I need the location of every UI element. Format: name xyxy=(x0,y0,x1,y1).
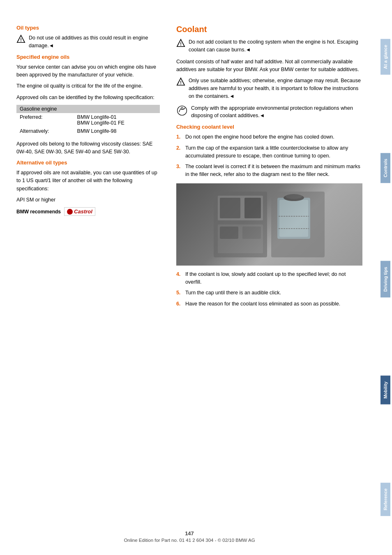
step-text: If the coolant is low, slowly add coolan… xyxy=(185,271,362,286)
step-number: 3. xyxy=(176,163,184,171)
oil-types-section: Oil types ! Do not use oil additives as … xyxy=(16,25,160,50)
warning-icon-coolant-2: ! xyxy=(176,77,185,86)
castrol-text: Castrol xyxy=(74,208,92,215)
svg-text:!: ! xyxy=(20,37,22,42)
svg-text:!: ! xyxy=(180,42,182,46)
checking-coolant-section: Checking coolant level 1. Do not open th… xyxy=(176,124,362,308)
step-number: 6. xyxy=(176,300,184,308)
svg-rect-12 xyxy=(220,227,238,239)
coolant-steps-list-2: 4. If the coolant is low, slowly add coo… xyxy=(176,271,362,308)
step-number: 4. xyxy=(176,271,184,278)
coolant-warning-text-2: Only use suitable additives; otherwise, … xyxy=(189,77,362,100)
table-cell-alternatively-label: Alternatively: xyxy=(16,127,74,135)
specified-oils-para2: The engine oil quality is critical for t… xyxy=(16,82,160,90)
specified-oils-heading: Specified engine oils xyxy=(16,54,160,60)
coolant-warning-box-2: ! Only use suitable additives; otherwise… xyxy=(176,77,362,100)
step-text: Turn the cap of the expansion tank a lit… xyxy=(185,144,362,160)
coolant-steps-list: 1. Do not open the engine hood before th… xyxy=(176,133,362,178)
svg-rect-10 xyxy=(244,198,261,218)
alternative-oil-types-section: Alternative oil types If approved oils a… xyxy=(16,160,160,204)
sidebar-tab-reference[interactable]: Reference xyxy=(380,483,390,516)
coolant-warning-text-1: Do not add coolant to the cooling system… xyxy=(189,38,362,54)
list-item: 3. The coolant level is correct if it is… xyxy=(176,163,362,178)
sidebar-tabs: At a glance Controls Driving tips Mobili… xyxy=(379,0,392,555)
castrol-circle-icon xyxy=(67,209,73,215)
step-text: The coolant level is correct if it is be… xyxy=(185,163,362,178)
coolant-heading: Coolant xyxy=(176,25,362,34)
oil-table: Gasoline engine Preferred: BMW Longlife-… xyxy=(16,105,160,135)
step-number: 5. xyxy=(176,289,184,297)
coolant-para1: Coolant consists of half water and half … xyxy=(176,58,362,74)
step-text: Do not open the engine hood before the e… xyxy=(185,133,334,141)
sidebar-tab-mobility[interactable]: Mobility xyxy=(380,376,390,405)
warning-icon-oil: ! xyxy=(16,35,25,44)
oil-types-heading: Oil types xyxy=(16,25,160,31)
specified-oils-para1: Your service center can advise you on wh… xyxy=(16,63,160,79)
page-container: At a glance Controls Driving tips Mobili… xyxy=(0,0,392,555)
table-row: Preferred: BMW Longlife-01BMW Longlife-0… xyxy=(16,113,160,127)
step-text: Turn the cap until there is an audible c… xyxy=(185,289,281,297)
oil-types-warning-text: Do not use oil additives as this could r… xyxy=(29,34,160,50)
alternative-oils-heading: Alternative oil types xyxy=(16,160,160,166)
bmw-recommends-label: BMW recommends xyxy=(16,209,61,215)
right-column: Coolant ! Do not add coolant to the cool… xyxy=(172,25,362,539)
svg-rect-13 xyxy=(242,227,261,239)
sidebar-tab-controls[interactable]: Controls xyxy=(380,153,390,183)
list-item: 5. Turn the cap until there is an audibl… xyxy=(176,289,362,297)
list-item: 6. Have the reason for the coolant loss … xyxy=(176,300,362,308)
sidebar-tab-at-a-glance[interactable]: At a glance xyxy=(380,39,390,75)
svg-rect-9 xyxy=(220,198,240,218)
env-icon xyxy=(176,105,188,116)
coolant-image xyxy=(176,183,362,266)
coolant-warning-box-1: ! Do not add coolant to the cooling syst… xyxy=(176,38,362,54)
step-text: Have the reason for the coolant loss eli… xyxy=(185,300,340,308)
page-footer: 147 Online Edition for Part no. 01 41 2 … xyxy=(0,530,379,543)
svg-point-18 xyxy=(286,194,302,199)
main-content: Oil types ! Do not use oil additives as … xyxy=(0,0,379,555)
viscosity-para: Approved oils belong to the following vi… xyxy=(16,140,160,156)
env-note-text: Comply with the appropriate environmenta… xyxy=(191,104,362,120)
api-spec: API SM or higher xyxy=(16,196,160,204)
coolant-image-inner xyxy=(176,183,362,266)
bmw-recommends-section: BMW recommends Castrol xyxy=(16,207,160,216)
alternative-oils-para: If approved oils are not available, you … xyxy=(16,169,160,193)
step-number: 2. xyxy=(176,144,184,152)
list-item: 2. Turn the cap of the expansion tank a … xyxy=(176,144,362,160)
warning-icon-coolant-1: ! xyxy=(176,39,185,48)
table-row: Alternatively: BMW Longlife-98 xyxy=(16,127,160,135)
svg-text:!: ! xyxy=(180,80,182,85)
castrol-logo: Castrol xyxy=(64,207,95,216)
step-number: 1. xyxy=(176,133,184,141)
list-item: 1. Do not open the engine hood before th… xyxy=(176,133,362,141)
table-cell-preferred-label: Preferred: xyxy=(16,113,74,127)
list-item: 4. If the coolant is low, slowly add coo… xyxy=(176,271,362,286)
checking-coolant-heading: Checking coolant level xyxy=(176,124,362,130)
svg-rect-16 xyxy=(279,200,308,237)
table-cell-alternatively-value: BMW Longlife-98 xyxy=(74,127,160,135)
sidebar-tab-driving-tips[interactable]: Driving tips xyxy=(380,261,390,298)
specified-oils-para3: Approved oils can be identified by the f… xyxy=(16,94,160,102)
footer-text: Online Edition for Part no. 01 41 2 604 … xyxy=(0,538,379,543)
oil-types-warning-box: ! Do not use oil additives as this could… xyxy=(16,34,160,50)
left-column: Oil types ! Do not use oil additives as … xyxy=(16,25,172,539)
table-cell-preferred-value: BMW Longlife-01BMW Longlife-01 FE xyxy=(74,113,160,127)
page-number: 147 xyxy=(0,530,379,536)
specified-engine-oils-section: Specified engine oils Your service cente… xyxy=(16,54,160,156)
env-box: Comply with the appropriate environmenta… xyxy=(176,104,362,120)
oil-table-header: Gasoline engine xyxy=(16,105,160,113)
